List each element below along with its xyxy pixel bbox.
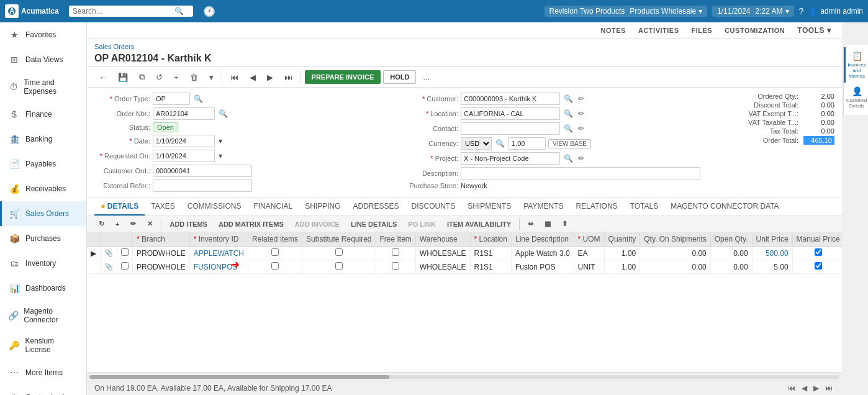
help-button[interactable]: ?: [799, 6, 804, 16]
breadcrumb[interactable]: Sales Orders: [94, 42, 834, 52]
tab-magento-connector[interactable]: MAGENTO CONNECTOR DATA: [664, 198, 785, 216]
td-cb-1[interactable]: [117, 247, 133, 260]
notes-button[interactable]: NOTES: [597, 25, 630, 35]
tab-taxes[interactable]: TAXES: [145, 198, 181, 216]
history-button[interactable]: 🕐: [203, 6, 215, 17]
td-manual-price-1[interactable]: [792, 247, 842, 260]
sidebar-item-data-views[interactable]: ⊞ Data Views: [0, 47, 86, 72]
order-type-input[interactable]: [153, 93, 190, 105]
location-input[interactable]: [461, 107, 560, 120]
currency-rate-input[interactable]: [509, 137, 546, 150]
project-search-btn[interactable]: 🔍: [563, 154, 574, 163]
currency-select[interactable]: USD: [461, 137, 492, 150]
tab-commissions[interactable]: COMMISSIONS: [181, 198, 248, 216]
horizontal-scrollbar[interactable]: [87, 372, 842, 381]
contact-search-btn[interactable]: 🔍: [563, 124, 574, 133]
tab-details[interactable]: ● DETAILS: [94, 198, 145, 216]
sidebar-item-sales-orders[interactable]: 🛒 Sales Orders: [0, 201, 86, 226]
sidebar-item-receivables[interactable]: 💰 Receivables: [0, 176, 86, 201]
add-button[interactable]: +: [170, 70, 183, 84]
td-expand-1[interactable]: ▶: [87, 247, 101, 260]
copy-button[interactable]: ⧉: [135, 70, 149, 84]
external-ref-input[interactable]: [153, 179, 252, 192]
td-related-1[interactable]: [248, 247, 302, 260]
view-base-btn[interactable]: VIEW BASE: [548, 139, 591, 148]
contact-edit-btn[interactable]: ✏: [577, 124, 585, 133]
customer-edit-btn[interactable]: ✏: [577, 94, 585, 103]
td-manual-price-2[interactable]: [792, 260, 842, 274]
project-edit-btn[interactable]: ✏: [577, 154, 585, 163]
search-bar[interactable]: 🔍: [69, 6, 193, 17]
add-matrix-items-btn[interactable]: ADD MATRIX ITEMS: [214, 219, 288, 230]
customer-input[interactable]: [461, 93, 560, 105]
next-record-button[interactable]: ▶: [263, 70, 278, 84]
date-input[interactable]: [153, 135, 215, 147]
sidebar-item-customization[interactable]: ⚙ Customization: [0, 385, 86, 395]
order-type-search-btn[interactable]: 🔍: [192, 94, 204, 103]
date-dropdown-btn[interactable]: ▾: [217, 137, 224, 145]
requested-input[interactable]: [153, 150, 215, 162]
po-link-btn[interactable]: PO LINK: [404, 219, 440, 230]
customer-ord-input[interactable]: [153, 165, 252, 177]
sidebar-item-inventory[interactable]: 🗂 Inventory: [0, 251, 86, 276]
order-nbr-search-btn[interactable]: 🔍: [217, 109, 229, 118]
tab-shipments[interactable]: SHIPMENTS: [461, 198, 517, 216]
files-button[interactable]: FILES: [687, 25, 716, 35]
hold-button[interactable]: HOLD: [383, 70, 416, 84]
project-input[interactable]: [461, 152, 560, 165]
invoices-memos-btn[interactable]: 📋 Invoices and Memos: [844, 47, 868, 83]
tab-financial[interactable]: FINANCIAL: [247, 198, 299, 216]
tab-relations[interactable]: RELATIONS: [569, 198, 623, 216]
currency-search-btn[interactable]: 🔍: [494, 139, 506, 148]
td-substitute-1[interactable]: [302, 247, 376, 260]
sidebar-item-banking[interactable]: 🏦 Banking: [0, 127, 86, 152]
col-chooser-btn[interactable]: ▦: [540, 218, 555, 230]
line-details-btn[interactable]: LINE DETAILS: [346, 219, 401, 230]
scroll-next-btn[interactable]: ▶: [811, 383, 821, 393]
prev-record-button[interactable]: ◀: [245, 70, 260, 84]
tab-discounts[interactable]: DISCOUNTS: [405, 198, 462, 216]
save-button[interactable]: 💾: [114, 70, 132, 84]
td-inventory-2[interactable]: FUSIONPOS ➜: [189, 260, 248, 274]
td-related-2[interactable]: [248, 260, 302, 274]
edit-row-btn[interactable]: ✏: [126, 218, 140, 230]
more-actions-button[interactable]: ...: [418, 70, 434, 84]
customer-details-btn[interactable]: 👤 Customer Details: [844, 83, 868, 112]
h-scroll-thumb[interactable]: [89, 375, 389, 379]
sidebar-item-kensium[interactable]: 🔑 Kensium License: [0, 330, 86, 360]
description-input[interactable]: [461, 167, 700, 179]
order-nbr-input[interactable]: [153, 107, 215, 120]
tab-payments[interactable]: PAYMENTS: [517, 198, 569, 216]
sidebar-item-purchases[interactable]: 📦 Purchases: [0, 226, 86, 251]
add-items-btn[interactable]: ADD ITEMS: [165, 219, 212, 230]
tools-button[interactable]: TOOLS ▾: [793, 25, 834, 36]
search-button[interactable]: 🔍: [174, 7, 184, 16]
delete-row-btn[interactable]: ✕: [143, 218, 157, 230]
revision-box[interactable]: Revision Two Products Products Wholesale…: [545, 6, 708, 17]
activities-button[interactable]: ACTIVITIES: [635, 25, 683, 35]
scroll-first-btn[interactable]: ⏮: [786, 383, 797, 393]
sidebar-item-finance[interactable]: $ Finance: [0, 102, 86, 127]
sidebar-item-magento[interactable]: 🔗 Magento Connector: [0, 301, 86, 330]
back-button[interactable]: ←: [94, 70, 111, 84]
action-dropdown-button[interactable]: ▾: [205, 70, 218, 84]
sidebar-item-time-expenses[interactable]: ⏱ Time and Expenses: [0, 72, 86, 102]
td-free-2[interactable]: [376, 260, 415, 274]
export-btn[interactable]: ⬆: [558, 218, 572, 230]
fit-cols-btn[interactable]: ⇔: [523, 218, 538, 230]
scroll-last-btn[interactable]: ⏭: [823, 383, 834, 393]
location-search-btn[interactable]: 🔍: [563, 109, 574, 118]
tab-totals[interactable]: TOTALS: [624, 198, 665, 216]
customer-search-btn[interactable]: 🔍: [563, 94, 574, 103]
search-input[interactable]: [73, 7, 172, 16]
sidebar-item-dashboards[interactable]: 📊 Dashboards: [0, 276, 86, 301]
last-record-button[interactable]: ⏭: [280, 70, 297, 84]
location-edit-btn[interactable]: ✏: [577, 109, 585, 118]
add-row-btn[interactable]: +: [111, 219, 124, 230]
prepare-invoice-button[interactable]: PREPARE INVOICE: [305, 70, 381, 84]
tab-shipping[interactable]: SHIPPING: [299, 198, 346, 216]
requested-dropdown-btn[interactable]: ▾: [217, 152, 224, 160]
refresh-btn[interactable]: ↻: [94, 218, 109, 230]
user-button[interactable]: 👤 admin admin: [808, 7, 863, 16]
tab-addresses[interactable]: ADDRESSES: [347, 198, 405, 216]
